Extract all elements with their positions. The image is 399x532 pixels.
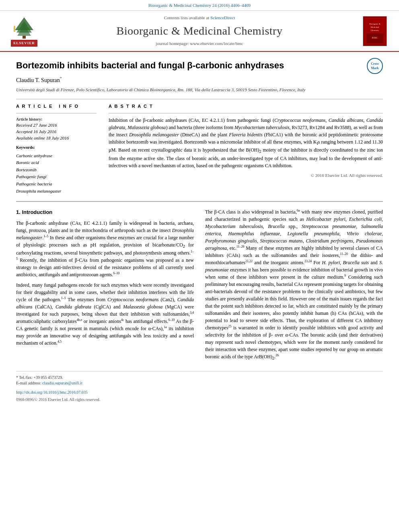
doi-line: http://dx.doi.org/10.1016/j.bmc.2016.07.…	[16, 390, 383, 396]
article-title: Bortezomib inhibits bacterial and fungal…	[16, 60, 383, 72]
article-info-label: A R T I C L E I N F O	[16, 103, 97, 110]
affiliation: Università degli Studi di Firenze, Polo …	[16, 87, 383, 93]
svg-rect-5	[14, 27, 15, 32]
elsevier-logo-area: ELSEVIER	[8, 16, 40, 47]
keywords-label: Keywords:	[16, 145, 97, 151]
body-columns: 1. Introduction The β-carbonic anhydrase…	[16, 208, 383, 364]
journal-title-area: Contents lists available at ScienceDirec…	[40, 15, 359, 47]
svg-text:Medicinal: Medicinal	[371, 26, 379, 28]
keyword-1: Carbonic anhydrase	[16, 152, 97, 160]
svg-text:Bioorganic &: Bioorganic &	[369, 23, 380, 25]
keyword-2: Boronic acid	[16, 159, 97, 166]
intro-para-1: The β-carbonic anhydrase (CAs, EC 4.2.1.…	[16, 220, 194, 278]
journal-citation-bar: Bioorganic & Medicinal Chemistry 24 (201…	[0, 0, 399, 11]
keyword-4: Pathogenic fungi	[16, 173, 97, 181]
history-label: Article history:	[16, 117, 97, 123]
article-info-panel: A R T I C L E I N F O Article history: R…	[16, 103, 97, 195]
abstract-text: Inhibition of the β-carbonic anhydrases …	[109, 117, 383, 169]
email-link[interactable]: claudiu.supuran@unifi.it	[42, 381, 82, 385]
body-col-right: The β-CA class is also widespread in bac…	[205, 208, 383, 364]
elsevier-label: ELSEVIER	[11, 40, 37, 47]
journal-cover-area: Bioorganic & Medicinal Chemistry BMC	[359, 16, 391, 46]
abstract-panel: A B S T R A C T Inhibition of the β-carb…	[109, 103, 383, 195]
svg-text:BMC: BMC	[372, 36, 378, 39]
available-date: Available online 18 July 2016	[16, 135, 97, 142]
sciencedirect-link[interactable]: ScienceDirect	[210, 15, 235, 20]
tree-icon	[12, 16, 37, 39]
intro-heading: 1. Introduction	[16, 208, 194, 216]
sciencedirect-line: Contents lists available at ScienceDirec…	[40, 15, 359, 21]
keyword-3: Bortezomib	[16, 166, 97, 174]
article-history: Article history: Received 27 June 2016 A…	[16, 117, 97, 142]
received-date: Received 27 June 2016	[16, 122, 97, 129]
intro-para-2: Indeed, many fungal pathogens encode for…	[16, 281, 194, 347]
author-line: Claudiu T. Supuran*	[16, 76, 383, 84]
info-abstract-section: A R T I C L E I N F O Article history: R…	[16, 103, 383, 195]
keyword-6: Drosophila melanogaster	[16, 188, 97, 195]
abstract-label: A B S T R A C T	[109, 103, 383, 110]
journal-citation: Bioorganic & Medicinal Chemistry 24 (201…	[148, 3, 251, 8]
contents-text: Contents lists available at	[164, 15, 209, 20]
journal-homepage: journal homepage: www.elsevier.com/locat…	[40, 41, 359, 47]
copyright-line: © 2016 Elsevier Ltd. All rights reserved…	[109, 173, 383, 179]
issn-line: 0968-0896/© 2016 Elsevier Ltd. All right…	[16, 397, 383, 403]
crossmark-badge[interactable]: CrossMark	[367, 58, 383, 74]
info-divider	[16, 113, 97, 113]
title-row: CrossMark Bortezomib inhibits bacterial …	[16, 60, 383, 72]
body-right-para-1: The β-CA class is also widespread in bac…	[205, 208, 383, 361]
crossmark-icon: CrossMark	[371, 62, 379, 71]
svg-rect-4	[23, 36, 26, 39]
author-sup: *	[60, 76, 62, 80]
footnote-section: * Tel./fax: +39 055 4573729. E-mail addr…	[16, 371, 383, 386]
author-name: Claudiu T. Supuran	[16, 77, 60, 83]
doi-link[interactable]: http://dx.doi.org/10.1016/j.bmc.2016.07.…	[16, 390, 88, 394]
accepted-date: Accepted 16 July 2016	[16, 129, 97, 135]
article-container: CrossMark Bortezomib inhibits bacterial …	[0, 52, 399, 411]
email-label: E-mail address:	[16, 381, 41, 385]
email-line: E-mail address: claudiu.supuran@unifi.it	[16, 380, 383, 386]
svg-text:Chemistry: Chemistry	[371, 29, 379, 31]
abstract-divider	[109, 113, 383, 113]
journal-title: Bioorganic & Medicinal Chemistry	[40, 23, 359, 39]
homepage-text: journal homepage: www.elsevier.com/locat…	[156, 41, 243, 46]
journal-cover-image: Bioorganic & Medicinal Chemistry BMC	[363, 16, 387, 46]
body-divider	[16, 201, 383, 202]
elsevier-logo: ELSEVIER	[8, 16, 40, 47]
journal-header: ELSEVIER Contents lists available at Sci…	[0, 11, 399, 52]
tel-fax: * Tel./fax: +39 055 4573729.	[16, 375, 383, 381]
keywords-section: Keywords: Carbonic anhydrase Boronic aci…	[16, 145, 97, 195]
divider-1	[16, 99, 383, 99]
article-title-text: Bortezomib inhibits bacterial and fungal…	[16, 60, 284, 70]
body-col-left: 1. Introduction The β-carbonic anhydrase…	[16, 208, 194, 364]
keyword-5: Pathogenic bacteria	[16, 181, 97, 188]
